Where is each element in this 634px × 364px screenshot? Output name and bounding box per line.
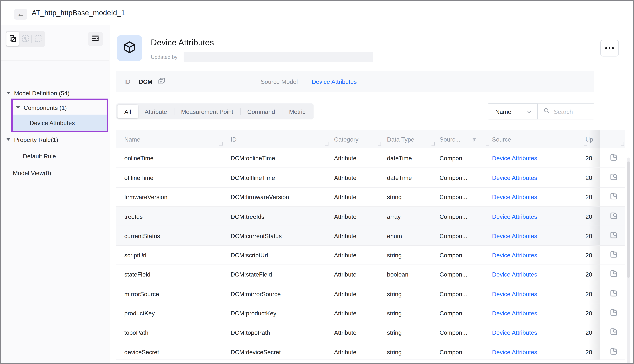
cell-source-link[interactable]: Device Attributes — [492, 304, 537, 323]
back-button[interactable]: ← — [14, 9, 27, 20]
column-header-category[interactable]: Category — [334, 130, 358, 148]
cell-id: DCM:deviceSecret — [231, 342, 281, 362]
ellipsis-icon — [605, 47, 607, 49]
search-icon — [538, 108, 550, 116]
cell-name: productKey — [124, 304, 155, 323]
tab-command[interactable]: Command — [241, 104, 282, 118]
cell-data-type: dateTime — [387, 148, 412, 168]
column-resize-handle-icon[interactable] — [621, 142, 624, 146]
find-in-page-icon — [609, 212, 618, 222]
cell-source-link[interactable]: Device Attributes — [492, 207, 537, 226]
cell-category: Attribute — [334, 265, 356, 284]
tree-item-label: Components (1) — [24, 104, 67, 111]
cell-id: DCM:firmwareVersion — [231, 188, 289, 207]
cell-source-link[interactable]: Device Attributes — [492, 323, 537, 342]
cell-source-type: Compon... — [440, 246, 467, 265]
column-header-name[interactable]: Name — [124, 130, 140, 148]
cell-category: Attribute — [334, 168, 356, 188]
cell-source-link[interactable]: Device Attributes — [492, 148, 537, 168]
table-row-productKey: productKeyDCM:productKeyAttributestringC… — [116, 303, 625, 323]
model-icon-tile — [117, 35, 142, 61]
column-resize-handle-icon[interactable] — [219, 142, 223, 146]
cell-updated-clipped: 20 — [581, 207, 600, 226]
caret-down-icon[interactable] — [7, 138, 11, 141]
column-header-data_type[interactable]: Data Type — [387, 130, 414, 148]
cell-category: Attribute — [334, 304, 356, 323]
cell-updated-clipped: 20 — [581, 168, 600, 188]
tree-item-model-view-0[interactable]: Model View(0) — [1, 166, 109, 180]
preview-row-button[interactable] — [606, 168, 621, 188]
column-resize-handle-icon[interactable] — [431, 142, 435, 146]
cell-source-link[interactable]: Device Attributes — [492, 284, 537, 304]
tree-item-model-definition-54[interactable]: Model Definition (54) — [1, 86, 109, 100]
tab-attribute[interactable]: Attribute — [138, 104, 174, 118]
source-model-link[interactable]: Device Attributes — [312, 78, 357, 85]
updated-by-redacted-value — [184, 52, 373, 62]
cell-source-link[interactable]: Device Attributes — [492, 226, 537, 246]
column-resize-handle-icon[interactable] — [325, 142, 328, 146]
find-in-page-icon — [609, 173, 618, 183]
model-title: Device Attributes — [151, 38, 214, 47]
cell-name: onlineTime — [124, 148, 154, 168]
caret-down-icon[interactable] — [16, 106, 20, 108]
column-resize-handle-icon[interactable] — [584, 142, 587, 146]
search-input[interactable] — [553, 108, 591, 115]
table-row-stateField: stateFieldDCM:stateFieldAttributeboolean… — [116, 264, 625, 284]
cell-data-type: string — [387, 304, 402, 323]
preview-row-button[interactable] — [606, 304, 621, 323]
tab-metric[interactable]: Metric — [282, 104, 312, 118]
tree-item-label: Model Definition (54) — [14, 90, 70, 96]
column-header-id[interactable]: ID — [231, 130, 237, 148]
cell-source-type: Compon... — [440, 342, 467, 362]
preview-row-button[interactable] — [606, 265, 621, 284]
column-header-source_type[interactable]: Sourc... — [440, 130, 460, 148]
model-tree: Model Definition (54)Components (1)Devic… — [1, 25, 109, 363]
tree-item-device-attributes[interactable]: Device Attributes — [13, 115, 107, 131]
tree-item-property-rule-1[interactable]: Property Rule(1) — [1, 132, 109, 146]
more-actions-button[interactable] — [600, 40, 619, 56]
vertical-scrollbar[interactable] — [627, 158, 630, 364]
tree-item-default-rule[interactable]: Default Rule — [1, 149, 109, 163]
cell-name: deviceSecret — [124, 342, 159, 362]
cell-source-type: Compon... — [440, 284, 467, 304]
cell-updated-clipped: 20 — [581, 342, 600, 360]
find-in-page-icon — [609, 192, 618, 202]
preview-row-button[interactable] — [606, 246, 621, 265]
tab-measurement-point[interactable]: Measurement Point — [174, 104, 240, 118]
search-field-selector[interactable]: Name — [488, 104, 538, 120]
cell-name: firmwareVersion — [124, 188, 168, 207]
app-window: ← AT_http_httpBase_modeId_1 — [0, 0, 634, 364]
table-row-offlineTime: offlineTimeDCM:offlineTimeAttributedateT… — [116, 168, 625, 188]
tab-all[interactable]: All — [118, 104, 138, 118]
main-panel: Device Attributes Updated by ID DCM Sour… — [110, 25, 633, 363]
column-resize-handle-icon[interactable] — [378, 142, 381, 146]
preview-row-button[interactable] — [606, 342, 621, 362]
column-resize-handle-icon[interactable] — [486, 142, 489, 146]
preview-row-button[interactable] — [606, 226, 621, 246]
caret-down-icon[interactable] — [7, 92, 11, 94]
find-in-page-icon — [609, 308, 618, 318]
filter-funnel-icon[interactable] — [472, 137, 477, 144]
cell-id: DCM:scriptUrl — [231, 246, 268, 265]
cell-data-type: string — [387, 323, 402, 342]
preview-row-button[interactable] — [606, 188, 621, 207]
cell-id: DCM:offlineTime — [231, 168, 275, 188]
tree-item-components-1[interactable]: Components (1) — [1, 100, 109, 115]
cell-source-link[interactable]: Device Attributes — [492, 265, 537, 284]
cell-source-link[interactable]: Device Attributes — [492, 342, 537, 362]
cell-source-link[interactable]: Device Attributes — [492, 246, 537, 265]
cell-data-type: dateTime — [387, 168, 412, 188]
preview-row-button[interactable] — [606, 148, 621, 168]
copy-id-icon[interactable] — [158, 78, 165, 86]
cell-source-link[interactable]: Device Attributes — [492, 168, 537, 188]
table-row-scriptUrl: scriptUrlDCM:scriptUrlAttributestringCom… — [116, 245, 625, 265]
preview-row-button[interactable] — [606, 207, 621, 226]
cell-source-type: Compon... — [440, 304, 467, 323]
vertical-scrollbar-thumb[interactable] — [627, 162, 630, 278]
model-meta-bar: ID DCM Source Model Device Attributes — [116, 71, 594, 92]
preview-row-button[interactable] — [606, 284, 621, 304]
cell-source-link[interactable]: Device Attributes — [492, 188, 537, 207]
cell-source-type: Compon... — [440, 188, 467, 207]
column-header-source[interactable]: Source — [492, 130, 511, 148]
preview-row-button[interactable] — [606, 323, 621, 342]
